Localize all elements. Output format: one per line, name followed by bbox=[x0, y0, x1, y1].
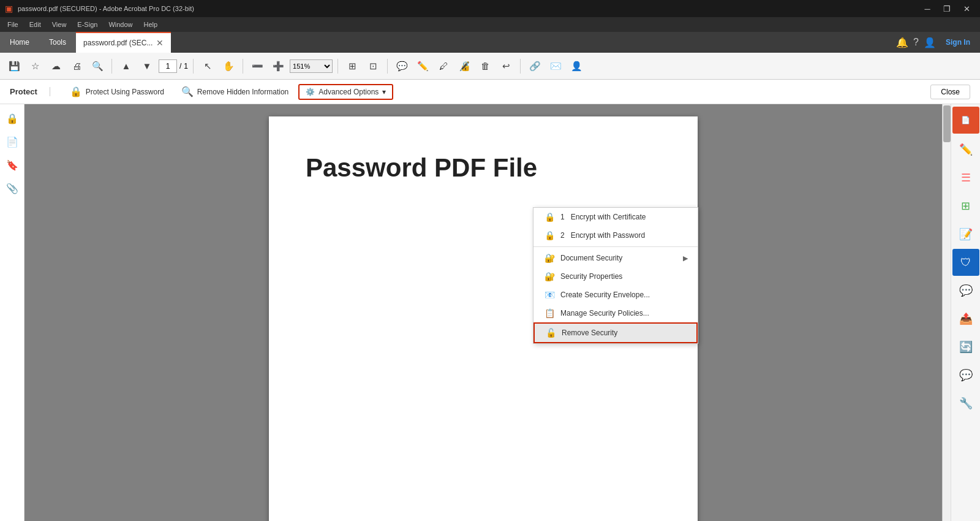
sep6 bbox=[520, 59, 521, 74]
document-security-item[interactable]: 🔐 Document Security ▶ bbox=[533, 249, 698, 267]
main-area: 🔒 📄 🔖 📎 ◀ Password PDF File 📄 ✏️ ☰ ⊞ 📝 bbox=[0, 104, 980, 521]
tab-home[interactable]: Home bbox=[0, 32, 39, 53]
next-page-button[interactable]: ▼ bbox=[138, 57, 156, 75]
user-button[interactable]: 👤 bbox=[567, 57, 586, 75]
tab-tools-label: Tools bbox=[49, 38, 66, 47]
advanced-options-label: Advanced Options bbox=[318, 88, 379, 96]
remove-hidden-information-label: Remove Hidden Information bbox=[197, 88, 288, 96]
page-number-input[interactable] bbox=[159, 59, 177, 73]
settings-icon: 🔧 bbox=[959, 397, 973, 410]
stamp-button[interactable]: 🔏 bbox=[455, 57, 473, 75]
title-bar: ▣ password.pdf (SECURED) - Adobe Acrobat… bbox=[0, 0, 980, 17]
right-panel-combine[interactable]: ⊞ bbox=[952, 192, 979, 219]
advanced-options-dropdown: 🔒 1 Encrypt with Certificate 🔒 2 Encrypt… bbox=[533, 207, 698, 344]
close-button[interactable]: ✕ bbox=[958, 0, 975, 17]
doc-sec-icon: 🔐 bbox=[543, 253, 556, 263]
protect-using-password-button[interactable]: 🔒 Protect Using Password bbox=[62, 83, 172, 100]
convert-icon: 🔄 bbox=[959, 340, 973, 354]
menu-esign[interactable]: E-Sign bbox=[72, 20, 102, 29]
pwd-icon: 🔒 bbox=[543, 230, 556, 240]
right-panel-comment[interactable]: 💬 bbox=[952, 277, 979, 304]
hand-tool[interactable]: ✋ bbox=[219, 57, 238, 75]
notification-icon[interactable]: 🔔 bbox=[896, 37, 908, 48]
window-controls: ─ ❐ ✕ bbox=[919, 0, 975, 17]
comment-icon: 💬 bbox=[959, 284, 973, 297]
remove-security-text: Remove Security bbox=[562, 329, 617, 337]
bookmark-button[interactable]: ☆ bbox=[26, 57, 44, 75]
create-security-envelope-item[interactable]: 📧 Create Security Envelope... bbox=[533, 286, 698, 304]
tab-tools[interactable]: Tools bbox=[39, 32, 76, 53]
help-icon[interactable]: ? bbox=[913, 37, 919, 48]
right-panel-edit[interactable]: ✏️ bbox=[952, 136, 979, 163]
right-panel-export[interactable]: 📄 bbox=[952, 107, 979, 134]
right-panel-settings[interactable]: 🔧 bbox=[952, 390, 979, 417]
delete-button[interactable]: 🗑 bbox=[476, 57, 494, 75]
draw-button[interactable]: 🖊 bbox=[434, 57, 453, 75]
menu-window[interactable]: Window bbox=[104, 20, 137, 29]
sidebar-pages[interactable]: 📄 bbox=[3, 132, 21, 151]
scrollbar-track[interactable] bbox=[942, 104, 951, 521]
minimize-button[interactable]: ─ bbox=[919, 0, 936, 17]
protect-bar: Protect 🔒 Protect Using Password 🔍 Remov… bbox=[0, 80, 980, 104]
send-icon: 💬 bbox=[959, 368, 973, 382]
zoom-select[interactable]: 151% 100% 75% 50% bbox=[290, 59, 333, 73]
fit-page-button[interactable]: ⊞ bbox=[343, 57, 361, 75]
fillsign-icon: 📝 bbox=[959, 227, 973, 241]
remove-security-item[interactable]: 🔓 Remove Security bbox=[533, 322, 698, 343]
protect-using-password-label: Protect Using Password bbox=[86, 88, 164, 96]
close-protect-button[interactable]: Close bbox=[930, 85, 970, 99]
right-panel-share[interactable]: 📤 bbox=[952, 305, 979, 332]
left-sidebar: 🔒 📄 🔖 📎 bbox=[0, 104, 24, 521]
remove-hidden-information-button[interactable]: 🔍 Remove Hidden Information bbox=[174, 83, 296, 100]
search-button[interactable]: 🔍 bbox=[88, 57, 107, 75]
sidebar-attachments[interactable]: 📎 bbox=[3, 179, 21, 197]
advanced-options-arrow: ▾ bbox=[382, 88, 386, 96]
sign-in-button[interactable]: Sign In bbox=[941, 37, 975, 48]
right-panel-organize[interactable]: ☰ bbox=[952, 164, 979, 191]
sep3 bbox=[243, 59, 243, 74]
cursor-tool[interactable]: ↖ bbox=[198, 57, 217, 75]
undo-button[interactable]: ↩ bbox=[497, 57, 515, 75]
zoom-in-button[interactable]: ➕ bbox=[269, 57, 287, 75]
menu-view[interactable]: View bbox=[47, 20, 72, 29]
manage-security-policies-item[interactable]: 📋 Manage Security Policies... bbox=[533, 304, 698, 322]
highlight-button[interactable]: ✏️ bbox=[413, 57, 432, 75]
menu-separator-1 bbox=[533, 246, 698, 247]
menu-file[interactable]: File bbox=[2, 20, 23, 29]
menu-help[interactable]: Help bbox=[139, 20, 163, 29]
comment-button[interactable]: 💬 bbox=[393, 57, 411, 75]
edit-icon: ✏️ bbox=[959, 143, 973, 156]
right-panel-protect[interactable]: 🛡 bbox=[952, 249, 979, 276]
sec-prop-icon: 🔐 bbox=[543, 272, 556, 281]
save-button[interactable]: 💾 bbox=[5, 57, 23, 75]
email-button[interactable]: ✉️ bbox=[546, 57, 565, 75]
cert-icon: 🔒 bbox=[543, 212, 556, 222]
encrypt-certificate-text: Encrypt with Certificate bbox=[571, 213, 646, 221]
right-panel-fillsign[interactable]: 📝 bbox=[952, 221, 979, 248]
encrypt-certificate-item[interactable]: 🔒 1 Encrypt with Certificate bbox=[533, 208, 698, 226]
pdf-area: Password PDF File bbox=[24, 104, 942, 521]
cloud-button[interactable]: ☁ bbox=[47, 57, 65, 75]
prev-page-button[interactable]: ▲ bbox=[117, 57, 135, 75]
password-icon: 🔒 bbox=[70, 86, 82, 97]
right-panel-convert[interactable]: 🔄 bbox=[952, 333, 979, 360]
export-icon: 📄 bbox=[961, 116, 970, 124]
link-button[interactable]: 🔗 bbox=[526, 57, 544, 75]
bell-icon[interactable]: 👤 bbox=[924, 37, 936, 48]
page-navigation: / 1 bbox=[159, 59, 188, 73]
tab-document[interactable]: password.pdf (SEC... ✕ bbox=[76, 32, 171, 53]
marquee-zoom[interactable]: ⊡ bbox=[364, 57, 382, 75]
sidebar-bookmarks[interactable]: 🔖 bbox=[3, 156, 21, 174]
tab-close-button[interactable]: ✕ bbox=[156, 38, 164, 48]
print-button[interactable]: 🖨 bbox=[67, 57, 86, 75]
advanced-options-button[interactable]: ⚙️ Advanced Options ▾ bbox=[298, 84, 393, 100]
zoom-out-button[interactable]: ➖ bbox=[248, 57, 266, 75]
sep4 bbox=[337, 59, 338, 74]
menu-edit[interactable]: Edit bbox=[24, 20, 46, 29]
right-panel-send[interactable]: 💬 bbox=[952, 362, 979, 389]
sidebar-security[interactable]: 🔒 bbox=[3, 109, 21, 127]
security-properties-item[interactable]: 🔐 Security Properties bbox=[533, 267, 698, 286]
organize-icon: ☰ bbox=[961, 171, 971, 184]
encrypt-password-item[interactable]: 🔒 2 Encrypt with Password bbox=[533, 226, 698, 245]
restore-button[interactable]: ❐ bbox=[938, 0, 956, 17]
